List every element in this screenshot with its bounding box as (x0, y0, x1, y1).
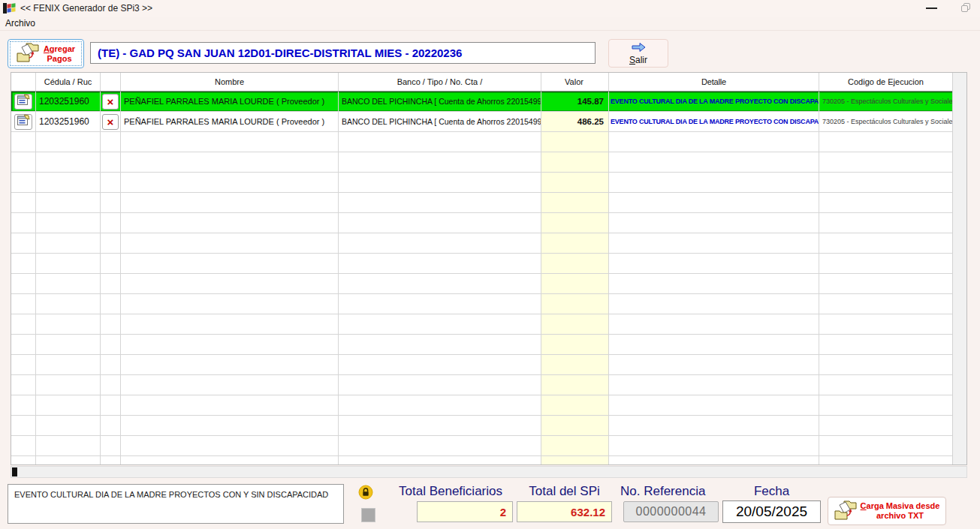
cedula-cell (36, 456, 101, 464)
row-edit-cell (11, 456, 36, 464)
valor-cell (541, 132, 609, 152)
row-edit-cell (11, 173, 36, 193)
detalle-cell (609, 314, 819, 335)
table-row[interactable]: 1203251960×PEÑAFIEL PARRALES MARIA LOURD… (11, 112, 966, 132)
row-edit-cell (11, 314, 36, 335)
window-title: << FENIX Generador de SPi3 >> (20, 3, 152, 14)
detalle-cell (609, 152, 819, 173)
table-row[interactable] (11, 375, 966, 395)
banco-cell (339, 395, 541, 416)
codigo-cell: 730205 - Espectáculos Culturales y Socia… (819, 112, 953, 132)
banco-cell (339, 173, 541, 193)
cedula-cell (36, 355, 101, 375)
table-row[interactable]: 1203251960×PEÑAFIEL PARRALES MARIA LOURD… (11, 92, 966, 112)
table-row[interactable] (11, 193, 966, 213)
salir-label: Salir (629, 55, 647, 65)
edit-row-button[interactable] (14, 94, 32, 110)
valor-cell (541, 254, 609, 274)
table-row[interactable] (11, 132, 966, 152)
row-edit-cell (11, 132, 36, 152)
table-row[interactable] (11, 335, 966, 355)
horizontal-scrollbar[interactable] (11, 466, 967, 478)
header-delete-column (101, 73, 121, 91)
codigo-cell (819, 254, 953, 274)
banco-cell (339, 416, 541, 436)
minimize-button[interactable] (926, 8, 937, 9)
table-header-row: Cédula / Ruc Nombre Banco / Tipo / No. C… (11, 73, 966, 92)
delete-row-button[interactable]: × (102, 94, 119, 110)
detalle-cell: EVENTO CULTURAL DIA DE LA MADRE PROYECTO… (609, 92, 819, 112)
nombre-cell: PEÑAFIEL PARRALES MARIA LOURDE ( Proveed… (121, 92, 339, 112)
table-row[interactable] (11, 294, 966, 314)
cedula-cell (36, 233, 101, 254)
detalle-cell (609, 436, 819, 456)
detalle-cell (609, 375, 819, 395)
vertical-scrollbar[interactable] (952, 73, 966, 464)
payments-table: Cédula / Ruc Nombre Banco / Tipo / No. C… (11, 72, 967, 465)
header-edit-column (11, 73, 36, 91)
table-row[interactable] (11, 456, 966, 464)
row-delete-cell (101, 274, 121, 294)
referencia-label: No. Referencia (617, 484, 722, 499)
codigo-cell: 730205 - Espectáculos Culturales y Socia… (819, 92, 953, 112)
valor-cell (541, 152, 609, 173)
detalle-textarea[interactable]: EVENTO CULTURAL DIA DE LA MADRE PROYECTO… (8, 484, 344, 524)
valor-cell (541, 314, 609, 335)
table-row[interactable] (11, 395, 966, 416)
nombre-cell (121, 152, 339, 173)
codigo-cell (819, 132, 953, 152)
row-edit-cell (11, 436, 36, 456)
codigo-cell (819, 416, 953, 436)
table-row[interactable] (11, 173, 966, 193)
gray-square-button[interactable] (361, 508, 375, 522)
valor-cell (541, 416, 609, 436)
row-delete-cell (101, 193, 121, 213)
cedula-cell (36, 254, 101, 274)
row-edit-cell (11, 335, 36, 355)
table-row[interactable] (11, 355, 966, 375)
delete-row-button[interactable]: × (102, 114, 119, 130)
header-valor: Valor (541, 73, 609, 91)
banco-cell (339, 436, 541, 456)
table-row[interactable] (11, 416, 966, 436)
row-delete-cell (101, 416, 121, 436)
row-edit-cell (11, 92, 36, 112)
codigo-cell (819, 375, 953, 395)
horizontal-scrollbar-thumb[interactable] (12, 467, 17, 476)
table-row[interactable] (11, 213, 966, 233)
detalle-cell (609, 416, 819, 436)
table-row[interactable] (11, 152, 966, 173)
restore-button[interactable] (961, 3, 971, 13)
row-delete-cell (101, 173, 121, 193)
row-delete-cell (101, 213, 121, 233)
codigo-cell (819, 233, 953, 254)
table-row[interactable] (11, 254, 966, 274)
header-codigo: Codigo de Ejecucion (819, 73, 953, 91)
entity-title-input[interactable]: (TE) - GAD PQ SAN JUAN 12D01-DIREC-DISTR… (90, 42, 596, 64)
fecha-input[interactable]: 20/05/2025 (722, 500, 821, 523)
row-edit-cell (11, 193, 36, 213)
nombre-cell: PEÑAFIEL PARRALES MARIA LOURDE ( Proveed… (121, 112, 339, 132)
table-row[interactable] (11, 436, 966, 456)
salir-button[interactable]: Salir (608, 39, 668, 68)
row-delete-cell (101, 395, 121, 416)
row-delete-cell (101, 436, 121, 456)
detalle-cell: EVENTO CULTURAL DIA DE LA MADRE PROYECTO… (609, 112, 819, 132)
nombre-cell (121, 335, 339, 355)
table-row[interactable] (11, 274, 966, 294)
nombre-cell (121, 355, 339, 375)
cedula-cell (36, 314, 101, 335)
detalle-cell (609, 335, 819, 355)
table-row[interactable] (11, 314, 966, 335)
menu-item-archivo[interactable]: Archivo (0, 17, 41, 29)
carga-masiva-label: Carga Masiva desde (861, 501, 940, 511)
carga-masiva-button[interactable]: Carga Masiva desde archivo TXT (828, 497, 946, 525)
cedula-cell (36, 375, 101, 395)
edit-row-button[interactable] (14, 114, 32, 130)
table-row[interactable] (11, 233, 966, 254)
valor-cell (541, 213, 609, 233)
banco-cell: BANCO DEL PICHINCHA [ Cuenta de Ahorros … (339, 92, 541, 112)
agregar-pagos-button[interactable]: Agregar Pagos (8, 39, 84, 68)
title-bar: << FENIX Generador de SPi3 >> (0, 0, 980, 17)
codigo-cell (819, 314, 953, 335)
